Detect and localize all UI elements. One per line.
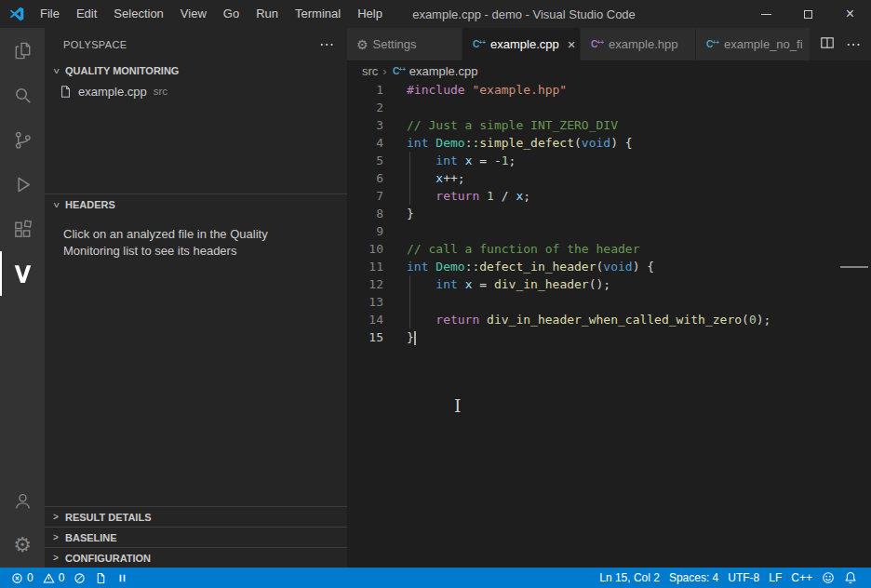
status-left: 00: [0, 568, 133, 588]
menu-help[interactable]: Help: [349, 0, 391, 28]
close-button[interactable]: ×: [829, 0, 871, 28]
status-polyspace-hide[interactable]: [69, 568, 90, 588]
code-token: ++;: [443, 171, 464, 185]
status-feedback[interactable]: [817, 568, 839, 588]
tab-example-cpp[interactable]: C++example.cpp×: [462, 28, 581, 60]
section-configuration[interactable]: >CONFIGURATION: [45, 547, 347, 568]
indent-guide: [409, 169, 410, 187]
code-line[interactable]: 7 return 1 / x;: [347, 187, 858, 205]
code-line[interactable]: 14 return div_in_header_when_called_with…: [347, 311, 858, 328]
sidebar-title: POLYSPACE: [63, 39, 319, 50]
status-polyspace-results-file[interactable]: [90, 568, 112, 588]
activity-extensions[interactable]: [0, 207, 45, 251]
vscode-logo-icon: [8, 6, 25, 22]
maximize-button[interactable]: [787, 0, 829, 28]
chevron-right-icon: ›: [382, 64, 386, 78]
tab-example-hpp[interactable]: C++example.hpp: [581, 28, 696, 60]
code-token: ) {: [610, 136, 632, 150]
line-number: 10: [347, 240, 407, 258]
menu-go[interactable]: Go: [215, 0, 248, 28]
status-encoding[interactable]: UTF-8: [723, 568, 764, 588]
minimize-button[interactable]: [745, 0, 787, 28]
activity-accounts[interactable]: [0, 478, 45, 523]
status-eol[interactable]: LF: [764, 568, 786, 588]
status-notifications[interactable]: [839, 568, 862, 588]
status-error-count[interactable]: 0: [7, 568, 38, 588]
code-token: // Just a simple INT_ZERO_DIV: [407, 118, 618, 132]
chevron-down-icon: >: [51, 197, 61, 212]
code-token: 0: [749, 313, 757, 327]
code-line[interactable]: 2: [347, 99, 858, 116]
chevron-right-icon: >: [48, 532, 63, 542]
activity-bar-spacer: [0, 296, 45, 478]
collapsed-sections: >RESULT DETAILS>BASELINE>CONFIGURATION: [45, 506, 347, 568]
status-cursor-position[interactable]: Ln 15, Col 2: [595, 568, 664, 588]
code-token: return: [436, 189, 479, 203]
code-line[interactable]: 6 x++;: [347, 169, 858, 187]
code-token: ::: [465, 260, 480, 274]
code-line[interactable]: 9: [347, 222, 858, 240]
code-line[interactable]: 12 int x = div_in_header();: [347, 275, 858, 293]
menu-run[interactable]: Run: [248, 0, 287, 28]
section-headers[interactable]: > HEADERS: [45, 194, 347, 215]
code-token: [458, 154, 465, 167]
code-line[interactable]: 13: [347, 293, 858, 311]
status-polyspace-pause[interactable]: [112, 568, 133, 588]
activity-source-control[interactable]: [0, 117, 45, 162]
menu-file[interactable]: File: [32, 0, 68, 28]
code-token: int: [407, 260, 428, 274]
code-line[interactable]: 10// call a function of the header: [347, 240, 858, 258]
indent-guide: [409, 152, 410, 169]
maximize-icon: [804, 10, 812, 19]
code-token: int: [436, 277, 457, 291]
breadcrumb-file[interactable]: example.cpp: [409, 64, 478, 78]
close-icon[interactable]: ×: [568, 37, 576, 51]
section-label: BASELINE: [65, 532, 117, 543]
section-quality-monitoring[interactable]: > QUALITY MONITORING: [45, 60, 347, 81]
status-indentation[interactable]: Spaces: 4: [664, 568, 723, 588]
file-item-example-cpp[interactable]: example.cpp src: [45, 81, 347, 101]
activity-manage[interactable]: ⚙: [0, 523, 45, 568]
activity-bar-top: [0, 28, 45, 296]
code-editor[interactable]: 1#include "example.hpp"23// Just a simpl…: [347, 81, 858, 568]
code-line[interactable]: 4int Demo::simple_defect(void) {: [347, 134, 858, 152]
activity-search[interactable]: [0, 73, 45, 117]
tab-example-no-fi[interactable]: C++example_no_fi: [696, 28, 810, 60]
code-line[interactable]: 5 int x = -1;: [347, 152, 858, 169]
code-token: x: [436, 171, 443, 185]
code-line[interactable]: 11int Demo::defect_in_header(void) {: [347, 258, 858, 275]
line-number: 5: [347, 152, 407, 169]
menu-view[interactable]: View: [172, 0, 215, 28]
account-icon: [12, 490, 34, 512]
line-number: 1: [347, 81, 407, 99]
section-baseline[interactable]: >BASELINE: [45, 527, 347, 547]
code-line[interactable]: 3// Just a simple INT_ZERO_DIV: [347, 116, 858, 134]
code-token: [479, 313, 487, 327]
menu-edit[interactable]: Edit: [68, 0, 105, 28]
files-icon: [12, 40, 34, 61]
menu-terminal[interactable]: Terminal: [287, 0, 349, 28]
menu-selection[interactable]: Selection: [105, 0, 171, 28]
activity-run-and-debug[interactable]: [0, 162, 45, 207]
code-line[interactable]: 15}: [347, 328, 858, 346]
slash-circle-icon: [74, 572, 86, 584]
code-token: ::: [465, 136, 480, 150]
polyspace-icon: [11, 262, 34, 286]
code-line[interactable]: 8}: [347, 205, 858, 222]
breadcrumb-folder[interactable]: src: [362, 64, 378, 78]
search-icon: [12, 85, 34, 106]
activity-polyspace[interactable]: [0, 251, 45, 296]
activity-explorer[interactable]: [0, 28, 45, 73]
section-result-details[interactable]: >RESULT DETAILS: [45, 506, 347, 527]
more-actions-icon[interactable]: ⋯: [319, 35, 334, 53]
split-editor-icon[interactable]: [820, 35, 835, 53]
tab-settings[interactable]: ⚙Settings: [347, 28, 462, 60]
cpp-file-icon: C++: [472, 37, 486, 51]
status-language-mode[interactable]: C++: [786, 568, 817, 588]
more-actions-icon[interactable]: ⋯: [846, 35, 861, 53]
line-number: 2: [347, 99, 407, 116]
code-line[interactable]: 1#include "example.hpp": [347, 81, 858, 99]
status-right: Ln 15, Col 2Spaces: 4UTF-8LFC++: [595, 568, 871, 588]
status-warning-count[interactable]: 0: [38, 568, 70, 588]
code-token: =: [472, 277, 493, 291]
